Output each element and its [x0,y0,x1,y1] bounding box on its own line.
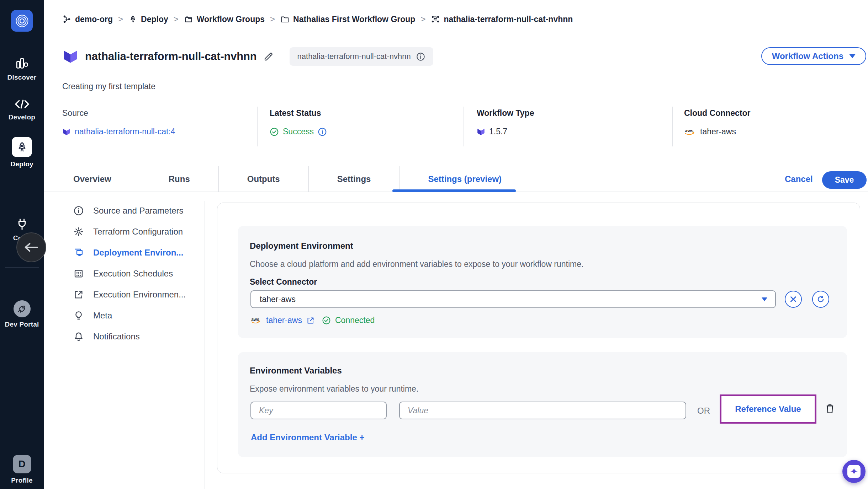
breadcrumb-item-deploy[interactable]: Deploy [128,15,168,24]
terraform-logo-icon [62,128,71,136]
breadcrumb-separator: > [174,14,179,24]
section-title: Environment Variables [250,366,342,376]
settings-nav-label: Source and Parameters [93,206,183,216]
collapse-sidebar-button[interactable] [16,232,46,262]
reference-value-button[interactable]: Reference Value [720,394,816,424]
settings-nav-notifications[interactable]: Notifications [73,326,186,347]
breadcrumb-item-group[interactable]: Nathalias First Workflow Group [280,15,415,24]
edit-pencil-icon[interactable] [263,51,274,62]
sidebar-item-label: Profile [11,477,33,484]
breadcrumb-separator: > [118,14,123,24]
check-circle-icon [322,316,331,325]
settings-nav-label: Meta [93,311,112,321]
breadcrumb-label: nathalia-terraform-null-cat-nvhnn [444,15,573,24]
settings-nav: Source and Parameters Terraform Configur… [73,200,186,347]
page-title: nathalia-terraform-null-cat-nvhnn [85,50,257,63]
reference-value-label: Reference Value [735,404,801,414]
tab-settings[interactable]: Settings [308,166,399,192]
connector-select[interactable]: taher-aws [250,290,776,308]
trash-icon [824,403,836,415]
settings-nav-divider [205,201,205,489]
workflow-actions-button[interactable]: Workflow Actions [761,47,866,65]
meta-divider [464,107,464,146]
screens-icon [73,247,84,258]
env-value-input[interactable] [399,402,686,419]
info-icon[interactable] [416,52,425,61]
clear-connector-button[interactable] [785,291,802,308]
refresh-connector-button[interactable] [812,291,829,308]
dev-portal-badge [14,300,31,317]
info-icon [73,205,84,216]
connector-link[interactable]: taher-aws [266,316,302,325]
breadcrumb-item-workflow-groups[interactable]: Workflow Groups [184,15,265,24]
svg-text:aws: aws [251,317,259,322]
settings-nav-meta[interactable]: Meta [73,305,186,326]
tab-runs[interactable]: Runs [140,166,218,192]
breadcrumb-item-workflow[interactable]: nathalia-terraform-null-cat-nvhnn [431,15,573,24]
sidebar-item-develop[interactable]: Develop [0,98,44,121]
folders-icon [184,15,193,24]
settings-nav-execution-environments[interactable]: Execution Environmen... [73,284,186,305]
code-icon [14,98,30,110]
sidebar-item-label: Discover [7,74,37,81]
tab-label: Outputs [247,174,280,184]
refresh-icon [816,295,825,303]
workflow-description: Creating my first template [62,82,155,91]
tab-label: Overview [73,174,111,184]
source-link[interactable]: nathalia-terraform-null-cat:4 [75,127,175,136]
breadcrumb-label: Workflow Groups [197,15,265,24]
deploy-active-tile [12,137,32,157]
meta-source: Source nathalia-terraform-null-cat:4 [62,108,175,136]
sidebar-item-profile[interactable]: D Profile [0,455,44,484]
save-button[interactable]: Save [822,171,867,189]
meta-divider [672,107,673,146]
settings-nav-label: Execution Environmen... [93,290,186,300]
section-description: Choose a cloud platform and add environm… [250,259,583,269]
rocket-icon [16,141,28,153]
avatar-initial: D [18,458,25,470]
sidebar-item-label: Deploy [10,160,33,168]
calendar-grid-icon [73,268,84,279]
sidebar-item-dev-portal[interactable]: Dev Portal [0,300,44,328]
delete-variable-button[interactable] [824,403,836,415]
meta-workflow-type: Workflow Type 1.5.7 [477,108,534,136]
settings-nav-execution-schedules[interactable]: Execution Schedules [73,263,186,284]
tab-settings-preview[interactable]: Settings (preview) [399,166,530,192]
info-icon[interactable] [318,127,327,136]
tab-label: Runs [169,174,190,184]
rocket-ship-icon [17,303,27,314]
breadcrumb-separator: > [270,14,275,24]
sidebar-item-deploy[interactable]: Deploy [0,137,44,168]
select-connector-label: Select Connector [250,277,317,287]
env-key-input[interactable] [250,402,387,419]
sparkle-glyph: ✦ [850,466,858,477]
arrow-left-icon [24,242,39,253]
settings-nav-deployment-environment[interactable]: Deployment Environ... [73,242,186,263]
lightbulb-icon [73,310,84,321]
chevron-down-icon [849,54,856,58]
settings-nav-source-parameters[interactable]: Source and Parameters [73,200,186,221]
breadcrumb: demo-org > Deploy > Workflow Groups > Na… [62,14,573,24]
breadcrumb-item-org[interactable]: demo-org [62,15,113,24]
meta-cloud-connector: Cloud Connector aws taher-aws [684,108,751,136]
or-label: OR [697,406,710,416]
app-root: Discover Develop Deploy [0,0,868,489]
settings-nav-terraform-configuration[interactable]: Terraform Configuration [73,221,186,242]
harness-logo[interactable] [11,10,33,32]
tab-outputs[interactable]: Outputs [218,166,308,192]
add-environment-variable-link[interactable]: Add Environment Variable + [251,432,364,442]
cancel-button[interactable]: Cancel [785,174,813,184]
plug-icon [15,217,29,231]
section-title: Deployment Environment [250,241,353,251]
aws-logo-icon: aws [250,317,262,324]
breadcrumb-label: Deploy [141,15,168,24]
sidebar-item-discover[interactable]: Discover [0,56,44,81]
external-link-icon[interactable] [306,316,315,325]
tab-overview[interactable]: Overview [73,166,140,192]
connector-status-row: aws taher-aws Connected [250,316,375,325]
sparkle-icon: ✦ [847,465,861,478]
ai-assistant-fab[interactable]: ✦ [842,460,866,483]
chevron-down-icon [762,297,767,301]
aws-logo-icon: aws [684,128,696,136]
title-row: nathalia-terraform-null-cat-nvhnn nathal… [62,47,433,66]
